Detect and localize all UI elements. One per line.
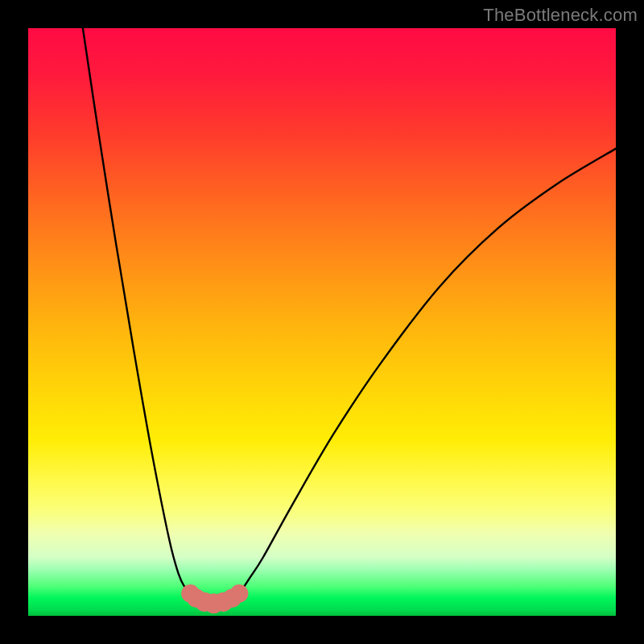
curve-minimum-beads xyxy=(181,584,248,613)
bottleneck-curve xyxy=(83,28,616,604)
bottleneck-curve-svg xyxy=(28,28,616,616)
chart-frame: TheBottleneck.com xyxy=(0,0,644,644)
watermark-text: TheBottleneck.com xyxy=(483,5,638,26)
bead xyxy=(230,584,249,603)
plot-area xyxy=(28,28,616,616)
